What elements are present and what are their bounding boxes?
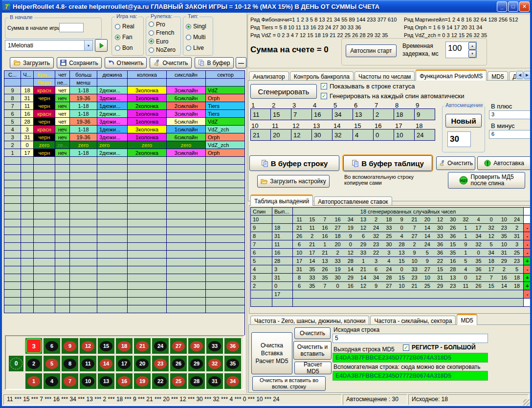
generate-button[interactable]: Сгенерировать: [250, 84, 317, 99]
board-cell-20[interactable]: 20: [134, 356, 151, 371]
checkbox-row-0[interactable]: ✓Показывать в строке статуса: [321, 83, 415, 90]
spins-row[interactable]: 71162112002923302822436159325103-: [251, 240, 532, 249]
history-row[interactable]: 711черннеч1-181дюжи...2колонка2сиклайнTi…: [4, 102, 245, 110]
profile-combo[interactable]: 1Melonati ▼: [5, 40, 93, 51]
close-button[interactable]: ✕: [519, 1, 530, 12]
board-cell-35[interactable]: 35: [224, 356, 241, 371]
radio-bon[interactable]: Bon: [115, 44, 142, 52]
md5-source-input[interactable]: 5: [332, 334, 488, 343]
board-cell-36[interactable]: 36: [224, 338, 241, 354]
history-row[interactable]: 43красннеч1-181дюжи...3колонка1сиклайнVd…: [4, 126, 245, 133]
radio-multi[interactable]: Multi: [186, 33, 212, 42]
history-col-header[interactable]: [21, 79, 34, 86]
board-cell-21[interactable]: 21: [134, 338, 151, 354]
history-col-header[interactable]: дюжина: [97, 71, 128, 79]
radio-pro[interactable]: Pro: [149, 20, 180, 28]
board-cell-4[interactable]: 4: [44, 373, 60, 389]
spins-row[interactable]: 2063570161292710212529231126151418+: [251, 282, 532, 290]
checkbox-icon[interactable]: ✓: [321, 93, 327, 99]
plus-input[interactable]: 3: [489, 110, 531, 119]
md5-clear-button[interactable]: Очистить: [294, 327, 331, 339]
delay-spinner[interactable]: 100 ▲▼: [445, 42, 477, 58]
radio-singl[interactable]: Singl: [186, 22, 212, 31]
play-button[interactable]: [95, 39, 108, 52]
board-cell-0[interactable]: 0: [9, 356, 23, 371]
load-button[interactable]: Загрузить: [10, 57, 54, 68]
register-checkbox-row[interactable]: ✓ РЕГИСТР - БОЛЬШОЙ: [403, 344, 476, 351]
radio-real[interactable]: Real: [115, 22, 142, 31]
spins-row[interactable]: 433135261914216240332715284361725-: [251, 265, 532, 274]
tab-column-division[interactable]: Деление кол: [509, 71, 516, 81]
board-cell-18[interactable]: 18: [116, 338, 133, 354]
board-cell-29[interactable]: 29: [188, 356, 205, 371]
history-row[interactable]: 331черннеч19-363дюжи...1колонка6сиклайнO…: [4, 133, 245, 141]
history-col-header[interactable]: сектор: [206, 71, 245, 79]
board-cell-32[interactable]: 32: [206, 356, 223, 371]
board-cell-26[interactable]: 26: [170, 356, 187, 371]
board-cell-33[interactable]: 33: [206, 338, 223, 354]
spins-row[interactable]: 101115716341321892120123032401024: [251, 215, 532, 224]
undo-button[interactable]: Отменить: [105, 57, 147, 68]
history-col-header[interactable]: больш: [70, 71, 97, 79]
chevron-down-icon[interactable]: ▼: [84, 41, 92, 50]
board-cell-1[interactable]: 1: [25, 373, 42, 389]
board-cell-2[interactable]: 2: [25, 356, 42, 371]
board-cell-30[interactable]: 30: [188, 338, 205, 354]
board-cell-12[interactable]: 12: [80, 338, 96, 354]
radio-nozero[interactable]: NoZero: [149, 46, 180, 54]
history-col-header[interactable]: не...: [55, 79, 70, 86]
board-cell-27[interactable]: 27: [170, 338, 187, 354]
board-cell-19[interactable]: 19: [134, 373, 151, 389]
spins-row[interactable]: 331833353029143428152310311301271618+: [251, 274, 532, 282]
board-cell-10[interactable]: 10: [80, 373, 96, 389]
board-cell-13[interactable]: 13: [98, 373, 114, 389]
spins-row[interactable]: 616101721212332231395363510343125-: [251, 249, 532, 257]
history-col-header[interactable]: сикслайн: [167, 71, 206, 79]
tab-scroll-right-icon[interactable]: ▶: [524, 71, 531, 79]
tab-bankroll-control[interactable]: Контроль банкролла: [290, 71, 354, 81]
md5-calc-button[interactable]: Расчет MD5: [294, 362, 332, 374]
spins-row[interactable]: 8312621618963225427143336134123531-: [251, 232, 532, 240]
autobet-button[interactable]: Автоставка: [477, 156, 531, 170]
history-row[interactable]: 831черннеч19-363дюжи...1колонка6сиклайнO…: [4, 94, 245, 102]
checkbox-icon[interactable]: ✓: [321, 83, 327, 89]
md5-clear-paste-button[interactable]: Очистить и вставить: [293, 341, 332, 360]
resize-grip[interactable]: [523, 399, 530, 406]
spins-row[interactable]: 91821111627191224330714302611732232-: [251, 224, 532, 232]
history-col-header[interactable]: [206, 79, 245, 86]
history-row[interactable]: 20zeroze...zerozerozerozeroVdZ_zch: [4, 141, 245, 149]
board-cell-23[interactable]: 23: [152, 356, 169, 371]
check-md5-button[interactable]: МД5 Проверить МД5после спина: [448, 172, 525, 189]
collapse-button[interactable]: —: [236, 57, 246, 68]
history-col-header[interactable]: менш: [70, 79, 97, 86]
tab-md5-bottom[interactable]: MD5: [457, 314, 477, 325]
history-row[interactable]: 528чернчет19-363дюжи...1колонка5сиклайнV…: [4, 118, 245, 126]
autoshift-new-button[interactable]: Новый: [445, 114, 482, 128]
spins-row[interactable]: 5281714133328134151092216535182923+: [251, 257, 532, 265]
history-col-header[interactable]: [167, 79, 206, 86]
history-col-header[interactable]: колонка: [128, 71, 167, 79]
tab-drop-table[interactable]: Таблица выпадений: [250, 194, 313, 206]
board-cell-17[interactable]: 17: [116, 356, 133, 371]
history-row[interactable]: 918краснчет1-182дюжи...3колонка3сиклайнV…: [4, 86, 245, 94]
board-cell-16[interactable]: 16: [116, 373, 133, 389]
copy-button[interactable]: В буфер: [195, 57, 234, 68]
history-col-header[interactable]: чет: [55, 71, 70, 79]
history-col-header[interactable]: [128, 79, 167, 86]
md5-stack-button[interactable]: ОчисткаВставкаРасчет MD5: [251, 332, 292, 374]
minus-input[interactable]: 6: [489, 130, 531, 139]
history-col-header[interactable]: Черн: [34, 79, 55, 86]
board-cell-22[interactable]: 22: [152, 373, 169, 389]
checkbox-row-1[interactable]: ✓Генерировать на каждый спин автоматичес…: [321, 92, 465, 100]
maximize-button[interactable]: □: [508, 1, 518, 12]
register-checkbox[interactable]: ✓: [403, 344, 409, 351]
history-row[interactable]: 616краснчет1-182дюжи...1колонка3сиклайнT…: [4, 110, 245, 118]
radio-live[interactable]: Live: [186, 44, 212, 52]
radio-french[interactable]: French: [149, 29, 180, 37]
psevdoms-clear-button[interactable]: Очистить: [436, 156, 475, 170]
tab-md5[interactable]: MD5: [488, 71, 508, 81]
board-cell-24[interactable]: 24: [152, 338, 169, 354]
board-cell-5[interactable]: 5: [44, 356, 60, 371]
board-cell-15[interactable]: 15: [98, 338, 114, 354]
history-col-header[interactable]: С...: [4, 71, 21, 79]
